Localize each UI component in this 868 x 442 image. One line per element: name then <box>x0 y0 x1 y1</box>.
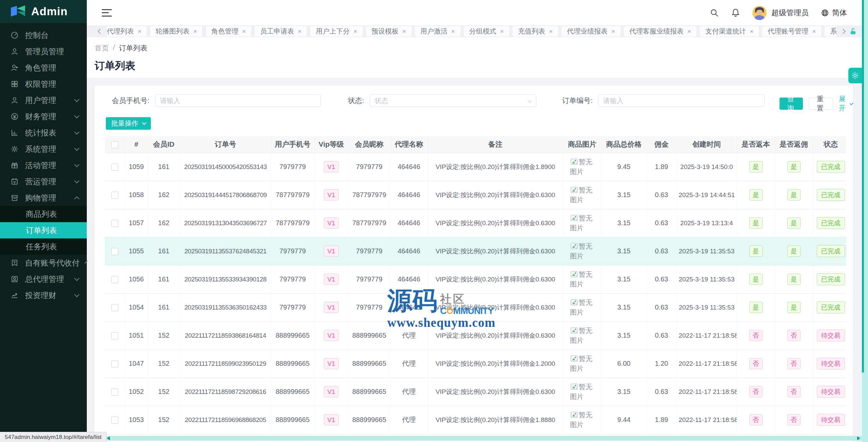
table-row: 10551612025031911355376248453217979779V1… <box>105 237 846 265</box>
status-select[interactable]: 状态 <box>370 94 536 107</box>
cell-phone: 7979779 <box>271 237 314 265</box>
row-checkbox[interactable] <box>111 360 118 367</box>
tab-label: 角色管理 <box>211 27 238 36</box>
tab-轮播图列表[interactable]: 轮播图列表× <box>150 26 202 37</box>
no-image-placeholder: 暂无图片 <box>570 270 594 289</box>
close-icon[interactable]: × <box>298 28 301 35</box>
close-icon[interactable]: × <box>611 28 615 35</box>
tab-代理列表[interactable]: 代理列表× <box>107 26 147 37</box>
notification-bell-icon[interactable] <box>731 8 740 17</box>
search-button[interactable]: 查询 <box>780 98 803 110</box>
language-switch[interactable]: 简体 <box>821 8 847 18</box>
scroll-right-arrow-icon[interactable] <box>857 436 860 440</box>
close-icon[interactable]: × <box>812 28 816 35</box>
vip-badge: V1 <box>324 386 338 398</box>
sidebar-item-任务列表[interactable]: 任务列表 <box>0 238 87 255</box>
tab-员工申请表[interactable]: 员工申请表× <box>255 26 307 37</box>
cell-checkbox <box>105 293 125 321</box>
tab-系统配置[interactable]: 系统配置× <box>825 26 836 37</box>
row-checkbox[interactable] <box>111 220 118 227</box>
app-logo[interactable]: Admin <box>0 0 87 23</box>
row-checkbox[interactable] <box>111 388 118 396</box>
sidebar-item-控制台[interactable]: 控制台 <box>0 27 87 43</box>
tab-充值列表[interactable]: 充值列表× <box>513 26 558 37</box>
row-checkbox[interactable] <box>111 417 118 424</box>
close-icon[interactable]: × <box>193 28 197 35</box>
cell-price: 3.15 <box>601 321 647 350</box>
close-icon[interactable]: × <box>353 28 357 35</box>
close-icon[interactable]: × <box>138 28 141 35</box>
reset-button[interactable]: 重置 <box>809 98 833 110</box>
sidebar-item-系统管理[interactable]: 系统管理 <box>0 141 87 157</box>
sidebar-fold-icon[interactable] <box>102 9 112 17</box>
tab-预设模板[interactable]: 预设模板× <box>366 26 412 37</box>
header-select-all <box>105 136 125 153</box>
cell-remark: VIP设定:按比例(0.20)计算得到佣金1.8900 <box>428 153 563 181</box>
close-icon[interactable]: × <box>242 28 246 35</box>
close-icon[interactable]: × <box>402 28 406 35</box>
tab-支付渠道统计[interactable]: 支付渠道统计× <box>700 26 759 37</box>
close-icon[interactable]: × <box>750 28 753 35</box>
scroll-left-arrow-icon[interactable] <box>107 436 110 440</box>
gift-icon <box>10 161 19 170</box>
order-no-input[interactable] <box>598 94 765 107</box>
sidebar-item-投资理财[interactable]: 投资理财 <box>0 287 87 303</box>
expand-toggle[interactable]: 展开 <box>839 94 853 113</box>
row-checkbox[interactable] <box>111 332 118 339</box>
select-all-checkbox[interactable] <box>111 141 118 148</box>
sidebar-item-统计报表[interactable]: 统计报表 <box>0 125 87 141</box>
table-row: 1047152202211172118599023950129888999665… <box>105 350 846 378</box>
tab-角色管理[interactable]: 角色管理× <box>206 26 251 37</box>
cell-nickname: 7979779 <box>348 237 390 265</box>
sidebar-item-财务管理[interactable]: 财务管理 <box>0 108 87 125</box>
breadcrumb-home[interactable]: 首页 <box>95 43 109 53</box>
tab-label: 代理客服业绩报表 <box>629 27 684 36</box>
row-checkbox[interactable] <box>111 304 118 311</box>
close-icon[interactable]: × <box>451 28 455 35</box>
sidebar-item-营运管理[interactable]: 营运管理 <box>0 173 87 190</box>
tab-用户上下分[interactable]: 用户上下分× <box>310 26 362 37</box>
vertical-scrollbar[interactable] <box>862 0 868 442</box>
row-checkbox[interactable] <box>111 276 118 283</box>
member-phone-input[interactable] <box>155 94 321 107</box>
tab-代理业绩报表[interactable]: 代理业绩报表× <box>561 26 620 37</box>
horizontal-scrollbar[interactable] <box>105 436 862 441</box>
cell-return-commission: 否 <box>775 406 813 434</box>
close-icon[interactable]: × <box>500 28 504 35</box>
close-icon[interactable]: × <box>549 28 553 35</box>
user-profile[interactable]: 超级管理员 <box>752 6 809 20</box>
row-checkbox[interactable] <box>111 248 118 255</box>
search-icon[interactable] <box>710 8 719 17</box>
sidebar-item-用户管理[interactable]: 用户管理 <box>0 92 87 108</box>
tab-分组模式[interactable]: 分组模式× <box>464 26 509 37</box>
cell-member-id: 152 <box>147 350 180 378</box>
close-icon[interactable]: × <box>687 28 691 35</box>
sidebar-item-角色管理[interactable]: 角色管理 <box>0 60 87 76</box>
sidebar-item-订单列表[interactable]: 订单列表 <box>0 222 87 238</box>
cell-no: 1056 <box>125 265 147 293</box>
cell-checkbox <box>105 321 125 350</box>
cell-no: 1054 <box>125 293 147 321</box>
sidebar-item-自有账号代收付[interactable]: 自有账号代收付 <box>0 255 87 271</box>
sidebar-item-管理员管理[interactable]: 管理员管理 <box>0 43 87 60</box>
vertical-scrollbar-thumb[interactable] <box>862 0 864 373</box>
gauge-icon <box>10 31 19 40</box>
settings-gear-button[interactable] <box>848 68 862 83</box>
sidebar-item-活动管理[interactable]: 活动管理 <box>0 157 87 173</box>
order-no-label: 订单编号: <box>562 96 593 105</box>
tab-代理客服业绩报表[interactable]: 代理客服业绩报表× <box>624 26 696 37</box>
tab-用户激活[interactable]: 用户激活× <box>415 26 460 37</box>
tabs-scroll-left-icon[interactable] <box>98 29 103 34</box>
batch-actions-button[interactable]: 批量操作 <box>106 117 151 130</box>
sidebar-item-权限管理[interactable]: 权限管理 <box>0 76 87 92</box>
sidebar-item-商品列表[interactable]: 商品列表 <box>0 206 87 222</box>
row-checkbox[interactable] <box>111 164 118 171</box>
tab-代理账号管理[interactable]: 代理账号管理× <box>762 26 821 37</box>
row-checkbox[interactable] <box>111 192 118 199</box>
lock-icon[interactable] <box>849 27 857 36</box>
sidebar-item-购物管理[interactable]: 购物管理 <box>0 190 87 206</box>
column-header-状态: 状态 <box>813 136 846 153</box>
tabs-container: 代理列表×轮播图列表×角色管理×员工申请表×用户上下分×预设模板×用户激活×分组… <box>107 26 836 37</box>
tabs-scroll-right-icon[interactable] <box>841 29 846 34</box>
sidebar-item-总代理管理[interactable]: 总代理管理 <box>0 271 87 287</box>
